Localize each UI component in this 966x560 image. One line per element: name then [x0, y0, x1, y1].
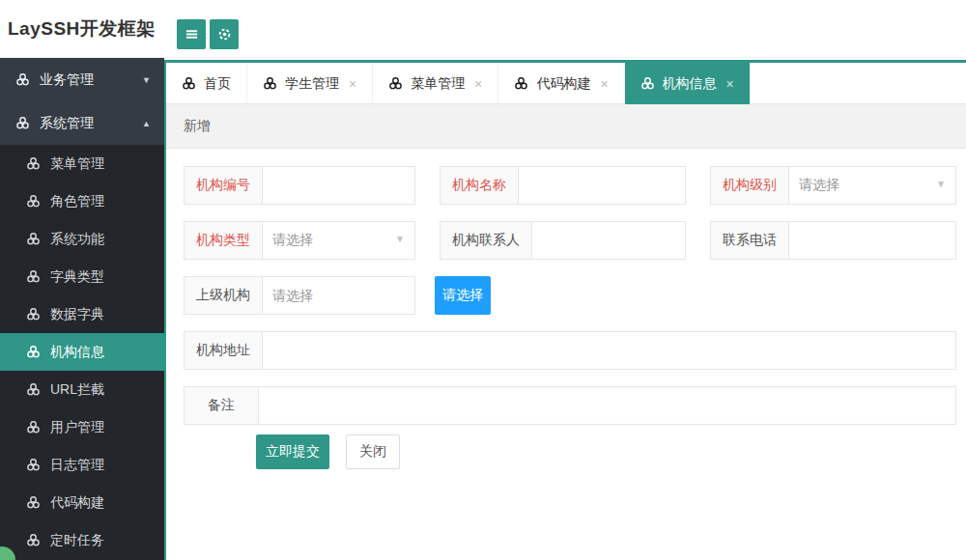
org-contact-input[interactable] — [532, 222, 685, 259]
close-button[interactable]: 关闭 — [346, 434, 400, 469]
close-icon[interactable]: × — [726, 76, 734, 92]
tab-label: 首页 — [204, 75, 231, 93]
tab[interactable]: 首页 — [166, 63, 247, 104]
tab[interactable]: 机构信息× — [625, 63, 751, 104]
sidebar-group-1[interactable]: 系统管理▲ — [0, 101, 164, 145]
sidebar-item-label: 角色管理 — [50, 193, 104, 210]
sidebar-item[interactable]: 定时任务 — [0, 521, 164, 559]
life-ring-icon — [217, 27, 232, 42]
close-icon[interactable]: × — [474, 76, 482, 92]
hamburger-icon — [185, 27, 199, 42]
sidebar-item[interactable]: 代码构建 — [0, 484, 164, 521]
theme-button[interactable] — [210, 19, 239, 49]
org-address-input[interactable] — [263, 332, 955, 369]
sidebar-item[interactable]: 机构信息 — [0, 333, 164, 371]
sidebar: 业务管理▼系统管理▲菜单管理角色管理系统功能字典类型数据字典机构信息URL拦截用… — [0, 58, 164, 560]
chevron-down-icon: ▼ — [142, 75, 151, 85]
contact-phone-label: 联系电话 — [711, 222, 788, 259]
header: LaySSH开发框架 — [0, 0, 966, 58]
tab-label: 学生管理 — [285, 75, 339, 93]
main-content: 首页学生管理×菜单管理×代码构建×机构信息× 新增 机构编号 机构名称 机构级别… — [164, 60, 966, 560]
sidebar-item[interactable]: URL拦截 — [0, 371, 164, 408]
tri-circles-icon — [263, 76, 277, 91]
parent-org-input[interactable] — [263, 277, 414, 314]
chevron-down-icon: ▼ — [936, 179, 946, 189]
tri-circles-icon — [514, 76, 528, 91]
tab[interactable]: 学生管理× — [247, 63, 373, 104]
tri-circles-icon — [26, 156, 41, 171]
menu-toggle-button[interactable] — [177, 19, 206, 49]
remark-input[interactable] — [259, 387, 955, 424]
tri-circles-icon — [182, 76, 196, 91]
sidebar-group-label: 业务管理 — [40, 71, 142, 89]
tab[interactable]: 菜单管理× — [373, 63, 498, 104]
sidebar-item-label: 数据字典 — [50, 306, 104, 323]
tab-label: 代码构建 — [536, 75, 590, 93]
org-level-placeholder: 请选择 — [799, 177, 839, 194]
field-parent-org: 上级机构 — [184, 276, 415, 315]
remark-label: 备注 — [185, 387, 258, 424]
sidebar-item-label: 定时任务 — [50, 532, 104, 549]
sidebar-item[interactable]: 菜单管理 — [0, 145, 164, 182]
field-org-address: 机构地址 — [184, 331, 956, 370]
sidebar-item[interactable]: 数据字典 — [0, 295, 164, 333]
close-icon[interactable]: × — [600, 76, 608, 92]
sidebar-item-label: URL拦截 — [50, 381, 104, 399]
tri-circles-icon — [15, 116, 30, 130]
sidebar-item-label: 字典类型 — [50, 268, 104, 286]
sidebar-item-label: 代码构建 — [50, 494, 104, 512]
tri-circles-icon — [15, 72, 30, 87]
org-type-placeholder: 请选择 — [272, 232, 313, 249]
field-org-name: 机构名称 — [440, 166, 686, 205]
tri-circles-icon — [26, 194, 41, 209]
tri-circles-icon — [26, 232, 41, 246]
tri-circles-icon — [26, 420, 41, 434]
field-remark: 备注 — [184, 386, 956, 425]
sidebar-item[interactable]: 用户管理 — [0, 408, 164, 446]
sidebar-group-0[interactable]: 业务管理▼ — [0, 58, 164, 101]
field-org-code: 机构编号 — [184, 166, 415, 205]
org-level-select[interactable]: 请选择 ▼ — [789, 167, 955, 204]
field-org-contact: 机构联系人 — [440, 221, 686, 260]
tri-circles-icon — [388, 76, 403, 91]
tri-circles-icon — [26, 269, 41, 284]
org-code-input[interactable] — [263, 167, 414, 204]
org-level-label: 机构级别 — [711, 167, 788, 204]
sidebar-item[interactable]: 日志管理 — [0, 446, 164, 484]
parent-org-label: 上级机构 — [185, 277, 262, 314]
tab[interactable]: 代码构建× — [498, 63, 624, 104]
tri-circles-icon — [26, 495, 41, 510]
sidebar-menu: 业务管理▼系统管理▲菜单管理角色管理系统功能字典类型数据字典机构信息URL拦截用… — [0, 58, 164, 559]
app-window: LaySSH开发框架 业务管理▼系统管理▲菜单管理角色管理系统功能字典类型数据字… — [0, 0, 966, 560]
org-name-label: 机构名称 — [440, 167, 518, 204]
chevron-down-icon: ▼ — [395, 234, 405, 244]
tab-bar: 首页学生管理×菜单管理×代码构建×机构信息× — [166, 60, 966, 104]
org-type-label: 机构类型 — [185, 222, 262, 259]
tri-circles-icon — [26, 458, 41, 472]
field-org-level: 机构级别 请选择 ▼ — [710, 166, 956, 205]
tri-circles-icon — [26, 533, 41, 547]
sidebar-item[interactable]: 字典类型 — [0, 258, 164, 295]
sidebar-item[interactable]: 角色管理 — [0, 182, 164, 220]
contact-phone-input[interactable] — [789, 222, 955, 259]
sidebar-item[interactable]: 系统功能 — [0, 220, 164, 258]
panel-title: 新增 — [166, 104, 966, 149]
tri-circles-icon — [26, 382, 41, 397]
org-contact-label: 机构联系人 — [440, 222, 531, 259]
field-org-type: 机构类型 请选择 ▼ — [184, 221, 415, 260]
field-contact-phone: 联系电话 — [710, 221, 956, 260]
close-icon[interactable]: × — [349, 76, 356, 92]
sidebar-group-label: 系统管理 — [40, 115, 142, 132]
submit-button[interactable]: 立即提交 — [256, 434, 329, 469]
sidebar-item-label: 日志管理 — [50, 457, 104, 474]
tab-label: 机构信息 — [663, 75, 717, 93]
sidebar-item-label: 菜单管理 — [50, 155, 104, 173]
tri-circles-icon — [640, 76, 655, 91]
parent-org-pick-button[interactable]: 请选择 — [435, 276, 491, 315]
org-type-select[interactable]: 请选择 ▼ — [263, 222, 414, 259]
app-title: LaySSH开发框架 — [8, 16, 156, 42]
org-name-input[interactable] — [519, 167, 685, 204]
tri-circles-icon — [26, 307, 41, 322]
sidebar-item-label: 系统功能 — [50, 231, 104, 248]
org-address-label: 机构地址 — [185, 332, 262, 369]
